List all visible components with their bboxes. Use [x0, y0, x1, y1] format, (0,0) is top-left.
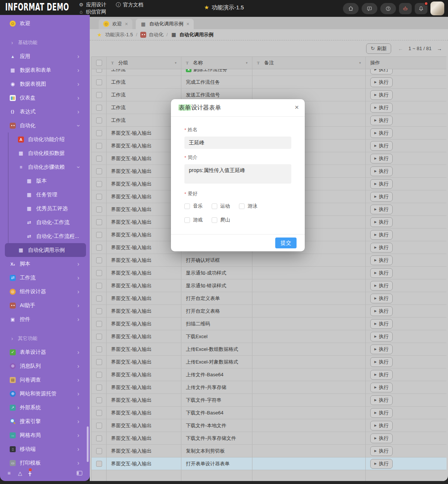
breadcrumb-item-自动化[interactable]: 自动化	[140, 31, 163, 38]
checkbox-icon[interactable]	[184, 203, 190, 209]
table-row[interactable]: 界面交互-输入输出上传文件-Base64▶执行	[92, 368, 447, 381]
execute-button[interactable]: ▶执行	[370, 421, 393, 431]
execute-button[interactable]: ▶执行	[370, 281, 393, 291]
feedback-button[interactable]	[362, 3, 377, 14]
sidebar-item-问卷调查[interactable]: ▤问卷调查›	[0, 373, 90, 387]
close-icon[interactable]: ×	[125, 21, 128, 27]
sidebar-item-组件设计器[interactable]: ◎组件设计器›	[0, 285, 90, 298]
table-row[interactable]: 界面交互-输入输出扫描二维码▶执行	[92, 318, 447, 330]
select-all-checkbox[interactable]	[96, 60, 102, 66]
table-row[interactable]: 工作流×删除工作流任务▶执行	[92, 69, 447, 76]
collapse-sidebar-icon[interactable]	[77, 471, 82, 475]
execute-button[interactable]: ▶执行	[370, 319, 393, 329]
sidebar-item-仪表盘[interactable]: 仪表盘›	[0, 91, 90, 105]
row-checkbox[interactable]	[96, 385, 102, 390]
row-checkbox[interactable]	[96, 194, 102, 200]
table-row[interactable]: 界面交互-输入输出下载文件-Base64▶执行	[92, 407, 447, 419]
user-avatar[interactable]	[430, 1, 444, 15]
sidebar-item-任务管理[interactable]: ▦任务管理	[0, 188, 90, 202]
execute-button[interactable]: ▶执行	[370, 306, 393, 316]
table-row[interactable]: 界面交互-输入输出显示通知-成功样式▶执行	[92, 267, 447, 279]
sidebar-item-表单设计器[interactable]: ✓表单设计器›	[0, 345, 90, 359]
row-checkbox[interactable]	[96, 105, 102, 111]
execute-button[interactable]: ▶执行	[370, 217, 393, 227]
row-checkbox[interactable]	[96, 308, 102, 314]
sidebar-item-自动化调用示例[interactable]: ▦自动化调用示例	[5, 243, 86, 257]
table-row[interactable]: 界面交互-输入输出下载文件-共享存储文件▶执行	[92, 432, 447, 445]
execute-button[interactable]: ▶执行	[370, 69, 393, 74]
row-checkbox[interactable]	[96, 397, 102, 403]
row-checkbox[interactable]	[96, 219, 102, 225]
checkbox-icon[interactable]	[184, 217, 190, 223]
refresh-button[interactable]: ↻ 刷新	[366, 43, 391, 54]
sidebar-item-外部系统[interactable]: ↗外部系统›	[0, 401, 90, 414]
sidebar-item-版本[interactable]: ▦版本	[0, 174, 90, 188]
row-checkbox[interactable]	[96, 130, 102, 136]
table-row[interactable]: 界面交互-输入输出下载文件-本地文件▶执行	[92, 419, 447, 432]
row-checkbox[interactable]	[96, 448, 102, 454]
sidebar-item-数据表视图[interactable]: ◉数据表视图›	[0, 77, 90, 91]
row-checkbox[interactable]	[96, 92, 102, 98]
execute-button[interactable]: ▶执行	[370, 446, 393, 456]
prev-page-icon[interactable]: ←	[398, 46, 403, 52]
row-checkbox[interactable]	[96, 295, 102, 301]
execute-button[interactable]: ▶执行	[370, 192, 393, 202]
execute-button[interactable]: ▶执行	[370, 434, 393, 443]
row-checkbox[interactable]	[96, 435, 102, 441]
caret-down-icon[interactable]: ▾	[246, 61, 248, 65]
row-checkbox[interactable]	[96, 270, 102, 276]
sidebar-item-AI助手[interactable]: AI助手›	[0, 298, 90, 312]
row-checkbox[interactable]	[96, 117, 102, 123]
sidebar-item-工作流[interactable]: ⇄工作流›	[0, 271, 90, 285]
table-row[interactable]: 工作流完成工作流任务▶执行	[92, 76, 447, 89]
breadcrumb-item-功能演示-1.5[interactable]: ★功能演示-1.5	[96, 31, 133, 38]
execute-button[interactable]: ▶执行	[370, 332, 393, 341]
table-row[interactable]: 界面交互-输入输出打开确认对话框▶执行	[92, 254, 447, 267]
checkbox-icon[interactable]	[239, 203, 245, 209]
execute-button[interactable]: ▶执行	[370, 459, 393, 469]
table-row[interactable]: 界面交互-输入输出打开自定义表单▶执行	[92, 292, 447, 305]
row-checkbox[interactable]	[96, 346, 102, 352]
caret-down-icon[interactable]: ▾	[359, 61, 361, 65]
execute-button[interactable]: ▶执行	[370, 166, 393, 176]
row-checkbox[interactable]	[96, 156, 102, 162]
table-row[interactable]: 界面交互-输入输出上传Excel-对象数据格式▶执行	[92, 356, 447, 368]
hobby-option-游泳[interactable]: 游泳	[239, 203, 257, 209]
row-checkbox[interactable]	[96, 410, 102, 416]
row-checkbox[interactable]	[96, 359, 102, 365]
sidebar-item-搜索引擎[interactable]: 搜索引擎›	[0, 414, 90, 428]
menu-icon[interactable]: ≡	[7, 470, 10, 476]
row-checkbox[interactable]	[96, 321, 102, 327]
sidebar-item-自动化功能介绍[interactable]: A自动化功能介绍	[0, 132, 90, 146]
execute-button[interactable]: ▶执行	[370, 344, 393, 354]
execute-button[interactable]: ▶执行	[370, 154, 393, 163]
alert-triangle-icon[interactable]: △	[18, 470, 22, 476]
sidebar-item-网格布局[interactable]: ↔网格布局›	[0, 428, 90, 442]
column-header-名称[interactable]: T名称▾	[181, 57, 252, 69]
execute-button[interactable]: ▶执行	[370, 408, 393, 418]
hobby-option-运动[interactable]: 运动	[212, 203, 230, 209]
table-row[interactable]: 界面交互-输入输出显示通知-错误样式▶执行	[92, 279, 447, 292]
table-row[interactable]: 界面交互-输入输出打开自定义表格▶执行	[92, 305, 447, 318]
sidebar-item-控件[interactable]: ▣控件›	[0, 312, 90, 326]
execute-button[interactable]: ▶执行	[370, 116, 393, 125]
sidebar-item-自动化[interactable]: 自动化›	[0, 119, 90, 132]
checkbox-icon[interactable]	[212, 217, 217, 223]
table-row[interactable]: 界面交互-输入输出下载文件-字符串▶执行	[92, 394, 447, 407]
row-checkbox[interactable]	[96, 461, 102, 467]
sidebar-item-消息队列[interactable]: ⊚消息队列›	[0, 359, 90, 373]
execute-button[interactable]: ▶执行	[370, 179, 393, 189]
sidebar-item-网站和资源托管[interactable]: ⊕网站和资源托管›	[0, 387, 90, 401]
execute-button[interactable]: ▶执行	[370, 141, 393, 151]
home-button[interactable]	[343, 3, 359, 14]
execute-button[interactable]: ▶执行	[370, 90, 393, 100]
sidebar-item-自动化-工作流程...[interactable]: ⇄自动化-工作流程...	[0, 229, 90, 243]
row-checkbox[interactable]	[96, 372, 102, 378]
row-checkbox[interactable]	[96, 245, 102, 251]
execute-button[interactable]: ▶执行	[370, 243, 393, 252]
execute-button[interactable]: ▶执行	[370, 103, 393, 113]
row-checkbox[interactable]	[96, 181, 102, 187]
table-row[interactable]: 界面交互-输入输出打开表单设计器表单▶执行	[92, 457, 447, 470]
name-field[interactable]	[184, 137, 291, 149]
hobby-option-爬山[interactable]: 爬山	[212, 217, 230, 223]
